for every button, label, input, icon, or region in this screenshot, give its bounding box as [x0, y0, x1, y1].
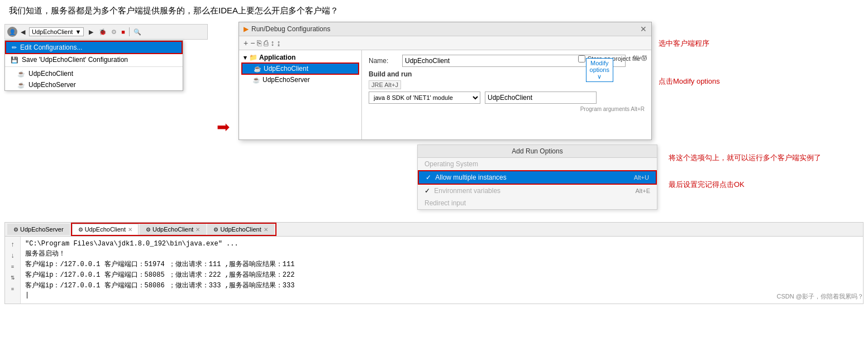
- dialog-title: ▶ Run/Debug Configurations: [244, 25, 330, 33]
- csdn-watermark: CSDN @影子，你陪着我累吗？: [777, 292, 864, 301]
- config-menu: ✏ Edit Configurations... 💾 Save 'UdpEcho…: [4, 40, 183, 91]
- close-tab-1[interactable]: ✕: [128, 227, 132, 233]
- dialog-toolbar: + − ⎘ ⎙ ↕ ↨: [239, 36, 651, 50]
- env-vars-item[interactable]: ✓ Environment variables Alt+E: [418, 185, 657, 197]
- arrow-section: ➡: [212, 22, 234, 215]
- highlighted-tabs-group: ⚙ UdpEchoClient ✕ ⚙ UdpEchoClient ✕ ⚙ Ud…: [71, 223, 276, 236]
- terminal-tab-server[interactable]: ⚙ UdpEchoServer: [7, 224, 70, 235]
- run-button[interactable]: ▶: [87, 28, 96, 36]
- popup-annotations: 将这个选项勾上，就可以运行多个客户端实例了 最后设置完记得点击OK: [669, 145, 821, 190]
- terminal-line-3: 客户端ip：/127.0.0.1 客户端端口：58086 ；做出请求：333 ,…: [25, 281, 294, 290]
- terminal-line-1: 客户端ip：/127.0.0.1 客户端端口：51974 ；做出请求：111 ,…: [25, 259, 294, 269]
- annot-check: 将这个选项勾上，就可以运行多个客户端实例了: [669, 153, 821, 163]
- save-configuration-item[interactable]: 💾 Save 'UdpEchoClient' Configuration: [5, 54, 183, 65]
- annot-ok: 最后设置完记得点击OK: [669, 180, 821, 190]
- config-name-label: UdpEchoClient: [32, 28, 73, 35]
- terminal-line-0: 服务器启动！: [25, 249, 294, 258]
- client1-tab-icon: ⚙: [78, 227, 83, 233]
- redirect-input-item[interactable]: Redirect input: [418, 197, 657, 209]
- app-folder-icon: 📁: [249, 54, 257, 61]
- edit-icon: ✏: [12, 44, 17, 51]
- terminal-btn1[interactable]: ≡: [8, 262, 17, 271]
- terminal-left-bar: ↑ ↓ ≡ ⇅ ≡: [5, 237, 21, 304]
- server-app-icon: ☕: [252, 76, 260, 84]
- modify-shortcut: Alt+M: [632, 55, 647, 61]
- search-button[interactable]: 🔍: [131, 28, 144, 36]
- modify-options-button[interactable]: Modify options ∨: [586, 58, 613, 82]
- client-config-item[interactable]: ☕ UdpEchoClient: [5, 68, 183, 79]
- sdk-main-row: java 8 SDK of 'NET1' module: [369, 92, 645, 104]
- menu-separator: [5, 66, 183, 67]
- ide-toolbar: 👤 ◀ UdpEchoClient ▼ ▶ 🐞 ⚙ ■ 🔍: [4, 24, 208, 40]
- copy-config-btn[interactable]: ⎘: [257, 38, 261, 47]
- terminal-section: ⚙ UdpEchoServer ⚙ UdpEchoClient ✕ ⚙ UdpE…: [4, 222, 864, 304]
- terminal-tab-client2[interactable]: ⚙ UdpEchoClient ✕: [140, 224, 206, 235]
- terminal-btn3[interactable]: ≡: [8, 285, 17, 293]
- toolbar-separator: [129, 27, 130, 36]
- stop-button[interactable]: ■: [119, 28, 127, 36]
- dialog-title-bar: ▶ Run/Debug Configurations ✕: [239, 22, 651, 36]
- right-arrow-icon: ➡: [217, 118, 230, 136]
- add-run-options-popup: Add Run Options Operating System ✓ Allow…: [417, 145, 657, 210]
- program-args-label: Program arguments Alt+R: [369, 106, 645, 112]
- dialog-title-icon: ▶: [244, 25, 249, 33]
- toolbar-back-btn[interactable]: ◀: [18, 28, 27, 36]
- terminal-container: ↑ ↓ ≡ ⇅ ≡ "C:\Program Files\Java\jdk1.8.…: [5, 237, 863, 304]
- edit-configurations-item[interactable]: ✏ Edit Configurations...: [5, 41, 183, 54]
- client3-tab-icon: ⚙: [213, 227, 218, 233]
- expand-icon: ▾: [244, 54, 247, 61]
- annot-select-client: 选中客户端程序: [659, 38, 720, 49]
- close-tab-3[interactable]: ✕: [264, 227, 268, 233]
- dialog-annotations: 选中客户端程序 点击Modify options: [659, 22, 720, 86]
- terminal-line-2: 客户端ip：/127.0.0.1 客户端端口：58085 ；做出请求：222 ,…: [25, 270, 294, 280]
- run-debug-dialog: ▶ Run/Debug Configurations ✕ + − ⎘ ⎙ ↕ ↨: [239, 22, 652, 140]
- top-annotation: 我们知道，服务器都是为多个客户端提供服务的，那么在IDEA上要怎么开启多个客户端…: [0, 0, 868, 20]
- terminal-body: "C:\Program Files\Java\jdk1.8.0_192\bin\…: [21, 237, 299, 304]
- server-config-item[interactable]: ☕ UdpEchoServer: [5, 79, 183, 90]
- dialog-close-button[interactable]: ✕: [640, 25, 647, 33]
- os-item: Operating System: [418, 158, 657, 170]
- dialog-form: Store as project file ⓘ Name: Build and …: [362, 50, 651, 139]
- checkmark-icon: ✓: [426, 174, 433, 181]
- terminal-tab-client3[interactable]: ⚙ UdpEchoClient ✕: [207, 224, 274, 235]
- save-icon: 💾: [11, 56, 18, 64]
- dialog-content: ▾ 📁 Application ☕ UdpEchoClient ☕ UdpEch…: [239, 50, 651, 139]
- tree-server-item[interactable]: ☕ UdpEchoServer: [241, 75, 359, 85]
- add-config-btn[interactable]: +: [244, 38, 248, 47]
- client2-tab-icon: ⚙: [146, 227, 151, 233]
- annot-modify-options: 点击Modify options: [659, 76, 720, 86]
- terminal-tabs: ⚙ UdpEchoServer ⚙ UdpEchoClient ✕ ⚙ UdpE…: [5, 223, 863, 237]
- popup-title: Add Run Options: [418, 145, 657, 158]
- move-up-btn[interactable]: ↕: [270, 38, 274, 47]
- sdk-select[interactable]: java 8 SDK of 'NET1' module: [369, 92, 480, 104]
- config-tree: ▾ 📁 Application ☕ UdpEchoClient ☕ UdpEch…: [239, 50, 362, 139]
- server-tab-icon: ⚙: [13, 227, 18, 233]
- save-config-btn[interactable]: ⎙: [264, 38, 268, 47]
- terminal-tab-client1[interactable]: ⚙ UdpEchoClient ✕: [72, 224, 139, 235]
- config-dropdown[interactable]: UdpEchoClient ▼: [29, 27, 84, 36]
- main-class-input[interactable]: [485, 92, 597, 104]
- tree-application-group[interactable]: ▾ 📁 Application: [241, 52, 359, 62]
- allow-instances-item[interactable]: ✓ Allow multiple instances Alt+U: [418, 170, 657, 185]
- tree-client-item[interactable]: ☕ UdpEchoClient: [241, 62, 359, 75]
- store-project-checkbox[interactable]: [578, 55, 585, 62]
- close-tab-2[interactable]: ✕: [195, 227, 200, 233]
- env-checkmark-icon: ✓: [425, 187, 432, 195]
- app-icon-client: ☕: [17, 70, 25, 78]
- scroll-up-btn[interactable]: ↑: [8, 240, 17, 249]
- app-icon-server: ☕: [17, 81, 25, 89]
- client-app-icon: ☕: [254, 65, 261, 73]
- remove-config-btn[interactable]: −: [250, 38, 255, 47]
- left-panel: 👤 ◀ UdpEchoClient ▼ ▶ 🐞 ⚙ ■ 🔍 ✏ Edit Con…: [0, 22, 212, 215]
- debug-button[interactable]: 🐞: [97, 28, 109, 36]
- avatar-icon: 👤: [7, 27, 17, 37]
- dropdown-arrow: ▼: [75, 28, 81, 35]
- terminal-cursor: |: [25, 291, 294, 299]
- scroll-down-btn[interactable]: ↓: [8, 251, 17, 260]
- coverage-button[interactable]: ⚙: [109, 28, 119, 36]
- terminal-btn2[interactable]: ⇅: [8, 273, 17, 282]
- sort-btn[interactable]: ↨: [276, 38, 280, 47]
- jre-label: JRE Alt+J: [369, 80, 401, 89]
- terminal-line-path: "C:\Program Files\Java\jdk1.8.0_192\bin\…: [25, 240, 294, 248]
